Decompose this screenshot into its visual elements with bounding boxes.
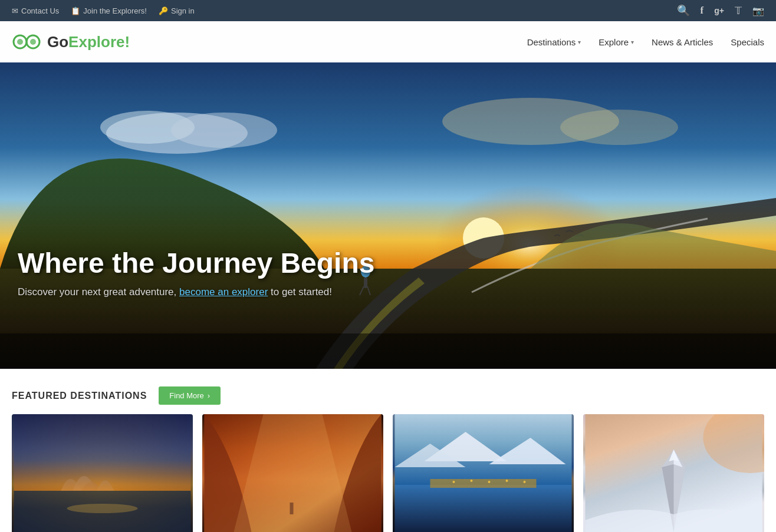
join-link[interactable]: 📋 Join the Explorers! xyxy=(71,6,147,15)
svg-point-28 xyxy=(471,480,473,482)
svg-point-11 xyxy=(442,98,619,145)
explore-dropdown-icon: ▾ xyxy=(631,39,634,45)
nav-specials[interactable]: Specials xyxy=(731,37,764,47)
contact-icon: ✉ xyxy=(12,6,18,15)
hero-subtitle: Discover your next great adventure, beco… xyxy=(18,286,374,298)
topbar-right: 🔍 f g+ 𝕋 📷 xyxy=(677,4,764,17)
hero-subtitle-suffix: to get started! xyxy=(271,286,332,298)
svg-point-7 xyxy=(463,217,504,259)
hero-subtitle-prefix: Discover your next great adventure, xyxy=(18,286,176,298)
svg-point-4 xyxy=(30,39,36,45)
svg-point-31 xyxy=(524,481,526,483)
navbar: GoExplore! Destinations ▾ Explore ▾ News… xyxy=(0,21,776,62)
logo-icon xyxy=(12,32,41,51)
featured-section: FEATURED DESTINATIONS Find More › xyxy=(0,369,776,532)
featured-header: FEATURED DESTINATIONS Find More › xyxy=(12,381,764,405)
facebook-icon[interactable]: f xyxy=(701,5,704,16)
nav-news[interactable]: News & Articles xyxy=(652,37,713,47)
destinations-dropdown-icon: ▾ xyxy=(578,39,581,45)
dest-image-yellowstone xyxy=(202,414,383,532)
hero-title: Where the Journey Begins xyxy=(18,247,374,279)
dest-image-sydney xyxy=(12,414,193,532)
svg-point-6 xyxy=(295,121,672,357)
contact-link[interactable]: ✉ Contact Us xyxy=(12,6,59,15)
join-icon: 📋 xyxy=(71,6,80,15)
become-explorer-link[interactable]: become an explorer xyxy=(179,286,268,298)
nav-destinations[interactable]: Destinations ▾ xyxy=(527,37,581,47)
destination-card-zermatt[interactable]: Zermatt, Switzerland 📍 Europe xyxy=(583,414,764,532)
topbar: ✉ Contact Us 📋 Join the Explorers! 🔑 Sig… xyxy=(0,0,776,21)
destinations-grid: Sydney, Australia 📍 Oceania xyxy=(12,414,764,532)
signin-link[interactable]: 🔑 Sign in xyxy=(159,6,195,15)
find-more-button[interactable]: Find More › xyxy=(159,386,221,405)
topbar-left: ✉ Contact Us 📋 Join the Explorers! 🔑 Sig… xyxy=(12,6,195,15)
svg-point-12 xyxy=(560,110,678,145)
instagram-icon[interactable]: 📷 xyxy=(752,5,764,16)
destination-card-sydney[interactable]: Sydney, Australia 📍 Oceania xyxy=(12,414,193,532)
destination-card-yellowstone[interactable]: Yellowstone, USA 📍 North America xyxy=(202,414,383,532)
logo[interactable]: GoExplore! xyxy=(12,32,130,51)
nav-explore[interactable]: Explore ▾ xyxy=(599,37,634,47)
svg-rect-23 xyxy=(290,503,294,514)
svg-point-9 xyxy=(100,111,195,144)
svg-point-10 xyxy=(171,113,277,148)
twitter-icon[interactable]: 𝕋 xyxy=(735,5,742,17)
destination-card-queenstown[interactable]: Queenstown, New Zealand 📍 Oceania xyxy=(393,414,574,532)
nav-links: Destinations ▾ Explore ▾ News & Articles… xyxy=(527,37,764,47)
search-icon[interactable]: 🔍 xyxy=(677,4,690,17)
hero-section: Where the Journey Begins Discover your n… xyxy=(0,62,776,404)
svg-rect-26 xyxy=(430,479,537,488)
svg-point-27 xyxy=(453,481,455,483)
signin-icon: 🔑 xyxy=(159,6,168,15)
contact-label: Contact Us xyxy=(21,6,59,15)
dest-image-queenstown xyxy=(393,414,574,532)
svg-point-30 xyxy=(506,480,508,482)
featured-title: FEATURED DESTINATIONS xyxy=(12,391,147,401)
hero-content: Where the Journey Begins Discover your n… xyxy=(18,247,374,298)
googleplus-icon[interactable]: g+ xyxy=(714,6,724,15)
svg-rect-25 xyxy=(395,485,572,532)
svg-point-20 xyxy=(67,504,138,513)
svg-rect-5 xyxy=(0,62,776,404)
svg-rect-21 xyxy=(14,414,191,491)
dest-image-zermatt xyxy=(583,414,764,532)
svg-point-29 xyxy=(488,481,491,483)
logo-text: GoExplore! xyxy=(47,33,130,51)
svg-point-8 xyxy=(106,113,248,154)
svg-point-3 xyxy=(17,39,23,45)
join-label: Join the Explorers! xyxy=(83,6,147,15)
find-more-arrow-icon: › xyxy=(208,391,210,400)
signin-label: Sign in xyxy=(171,6,195,15)
